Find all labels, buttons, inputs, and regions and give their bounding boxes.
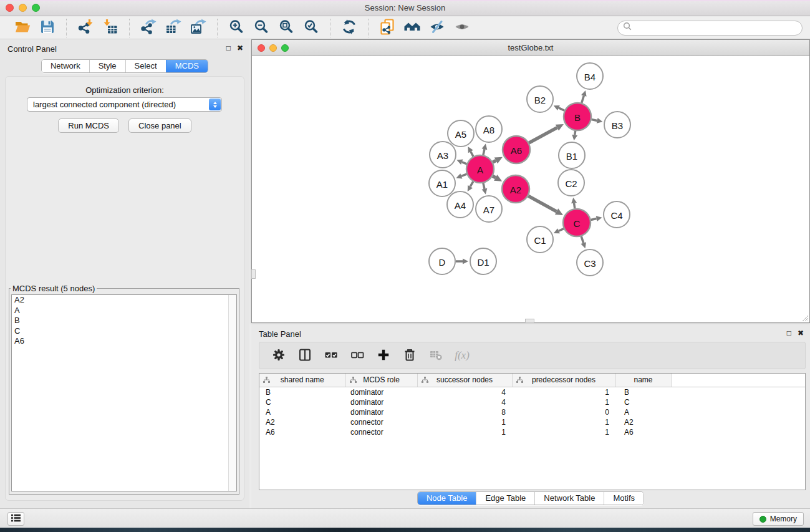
graph-edge-A-A1[interactable] bbox=[461, 174, 467, 176]
save-session-button[interactable] bbox=[35, 19, 60, 37]
graph-node-A3[interactable]: A3 bbox=[430, 142, 456, 168]
control-panel-close-icon[interactable]: ✖ bbox=[237, 44, 243, 52]
network-window-titlebar[interactable]: testGlobe.txt bbox=[252, 40, 809, 56]
run-mcds-button[interactable]: Run MCDS bbox=[58, 118, 119, 133]
create-new-column-button[interactable] bbox=[375, 347, 392, 364]
column-header-mcds-role[interactable]: MCDS role bbox=[345, 374, 417, 387]
mcds-result-item[interactable]: A bbox=[12, 306, 236, 316]
memory-button[interactable]: Memory bbox=[753, 512, 804, 526]
table-cell[interactable]: 1 bbox=[512, 427, 615, 437]
task-history-button[interactable] bbox=[7, 512, 24, 526]
table-cell[interactable]: 4 bbox=[417, 397, 512, 407]
table-cell[interactable]: 1 bbox=[512, 397, 615, 407]
graph-edge-C-C2[interactable] bbox=[574, 203, 575, 209]
table-cell[interactable]: dominator bbox=[345, 397, 417, 407]
graph-edge-C-C3[interactable] bbox=[581, 236, 584, 243]
graph-edge-A-A4[interactable] bbox=[470, 181, 473, 186]
column-header-shared-name[interactable]: shared name bbox=[259, 374, 345, 387]
table-panel-float-icon[interactable]: □ bbox=[787, 329, 791, 337]
network-canvas[interactable]: B4B2BB3A8A5A6A3B1AA1C2A2A4A7C4CC1C3DD1 bbox=[252, 56, 809, 322]
graph-node-A1[interactable]: A1 bbox=[429, 170, 455, 196]
graph-node-B[interactable]: B bbox=[564, 103, 591, 130]
show-all-button[interactable] bbox=[450, 19, 475, 37]
zoom-out-button[interactable] bbox=[249, 19, 274, 37]
canvas-left-grip[interactable] bbox=[251, 269, 256, 279]
tab-network-table[interactable]: Network Table bbox=[534, 492, 604, 505]
table-cell[interactable]: B bbox=[259, 387, 345, 397]
tab-network[interactable]: Network bbox=[42, 60, 89, 72]
search-field[interactable] bbox=[617, 21, 803, 36]
table-row[interactable]: A2connector11A2 bbox=[259, 417, 805, 427]
mcds-result-item[interactable]: B bbox=[12, 316, 236, 326]
apply-layout-button[interactable] bbox=[337, 19, 362, 37]
column-header-name[interactable]: name bbox=[615, 374, 671, 387]
mcds-list-scrollbar[interactable] bbox=[228, 295, 236, 491]
graph-edge-A-A7[interactable] bbox=[483, 183, 485, 188]
table-cell[interactable]: 4 bbox=[417, 387, 512, 397]
mcds-result-item[interactable]: C bbox=[12, 326, 236, 337]
export-table-button[interactable] bbox=[161, 19, 186, 37]
table-cell[interactable]: 0 bbox=[512, 407, 615, 417]
graph-node-C4[interactable]: C4 bbox=[604, 201, 630, 228]
graph-node-C2[interactable]: C2 bbox=[558, 170, 584, 196]
tab-node-table[interactable]: Node Table bbox=[418, 492, 476, 505]
delete-columns-button[interactable] bbox=[402, 347, 418, 364]
graph-edge-A2-C[interactable] bbox=[528, 196, 556, 211]
zoom-fit-button[interactable] bbox=[274, 19, 299, 37]
close-panel-button[interactable]: Close panel bbox=[128, 118, 191, 133]
table-cell[interactable]: A2 bbox=[615, 417, 671, 427]
zoom-selected-button[interactable] bbox=[299, 19, 324, 37]
table-panel-close-icon[interactable]: ✖ bbox=[798, 329, 804, 337]
graph-edge-A6-B[interactable] bbox=[529, 128, 557, 143]
graph-edge-A-A8[interactable] bbox=[483, 149, 485, 155]
tab-style[interactable]: Style bbox=[89, 60, 125, 72]
table-row[interactable]: A6connector11A6 bbox=[259, 427, 805, 437]
graph-edge-A-A5[interactable] bbox=[471, 152, 473, 157]
select-all-columns-button[interactable] bbox=[323, 347, 339, 364]
table-cell[interactable]: 1 bbox=[417, 417, 512, 427]
tab-motifs[interactable]: Motifs bbox=[604, 492, 644, 505]
graph-edge-B-B4[interactable] bbox=[582, 96, 584, 103]
table-cell[interactable]: 8 bbox=[417, 407, 512, 417]
graph-node-A6[interactable]: A6 bbox=[503, 136, 530, 163]
graph-edge-A-A3[interactable] bbox=[462, 162, 467, 164]
import-table-from-file-button[interactable] bbox=[98, 19, 123, 37]
zoom-in-button[interactable] bbox=[224, 19, 249, 37]
control-panel-float-icon[interactable]: □ bbox=[226, 44, 231, 52]
mcds-result-list[interactable]: A2ABCA6 bbox=[11, 294, 237, 491]
mcds-result-item[interactable]: A2 bbox=[12, 295, 236, 306]
first-neighbors-button[interactable] bbox=[400, 19, 425, 37]
export-image-button[interactable] bbox=[186, 19, 211, 37]
table-cell[interactable]: 1 bbox=[512, 387, 615, 397]
graph-node-B2[interactable]: B2 bbox=[527, 86, 553, 112]
graph-node-A5[interactable]: A5 bbox=[448, 120, 474, 147]
open-file-button[interactable] bbox=[10, 19, 35, 37]
table-cell[interactable]: A bbox=[259, 407, 345, 417]
optimization-criterion-select[interactable]: largest connected component (directed) bbox=[27, 97, 222, 112]
graph-node-C[interactable]: C bbox=[563, 209, 591, 236]
table-cell[interactable]: dominator bbox=[345, 407, 417, 417]
unselect-all-columns-button[interactable] bbox=[349, 347, 365, 364]
column-header-successor-nodes[interactable]: successor nodes bbox=[417, 374, 512, 387]
graph-edge-C-C4[interactable] bbox=[591, 219, 597, 220]
tab-mcds[interactable]: MCDS bbox=[166, 60, 208, 72]
table-cell[interactable]: connector bbox=[345, 427, 417, 437]
table-cell[interactable]: A2 bbox=[259, 417, 345, 427]
table-cell[interactable]: connector bbox=[345, 417, 417, 427]
table-cell[interactable]: A6 bbox=[615, 427, 671, 437]
graph-edge-A-A2[interactable] bbox=[493, 176, 496, 178]
table-row[interactable]: Adominator80A bbox=[259, 407, 805, 417]
new-network-from-selection-button[interactable] bbox=[375, 19, 400, 37]
search-input[interactable] bbox=[632, 22, 802, 34]
toggle-panel-layout-button[interactable] bbox=[297, 347, 313, 364]
graph-node-C1[interactable]: C1 bbox=[527, 226, 553, 253]
column-header-predecessor-nodes[interactable]: predecessor nodes bbox=[512, 374, 615, 387]
table-cell[interactable]: 1 bbox=[417, 427, 512, 437]
table-cell[interactable]: B bbox=[615, 387, 671, 397]
hide-selected-button[interactable] bbox=[425, 19, 450, 37]
mcds-result-item[interactable]: A6 bbox=[12, 336, 236, 347]
graph-node-A2[interactable]: A2 bbox=[502, 175, 529, 203]
graph-node-A4[interactable]: A4 bbox=[447, 191, 473, 218]
graph-node-D1[interactable]: D1 bbox=[470, 248, 496, 274]
canvas-bottom-grip[interactable] bbox=[525, 319, 534, 323]
